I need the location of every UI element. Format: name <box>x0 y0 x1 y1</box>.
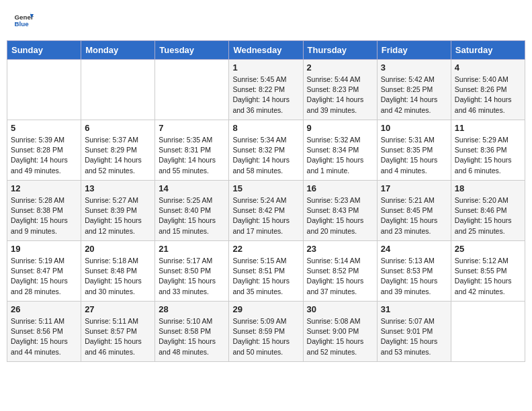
calendar-cell <box>7 60 81 120</box>
day-number: 6 <box>85 123 151 133</box>
day-info: Sunrise: 5:19 AM Sunset: 8:47 PM Dayligh… <box>11 256 77 297</box>
calendar-cell: 4Sunrise: 5:40 AM Sunset: 8:26 PM Daylig… <box>451 60 525 120</box>
day-number: 27 <box>85 304 151 314</box>
calendar-cell: 17Sunrise: 5:21 AM Sunset: 8:45 PM Dayli… <box>377 181 451 241</box>
day-info: Sunrise: 5:31 AM Sunset: 8:35 PM Dayligh… <box>381 135 447 176</box>
calendar-cell: 1Sunrise: 5:45 AM Sunset: 8:22 PM Daylig… <box>229 60 303 120</box>
day-info: Sunrise: 5:18 AM Sunset: 8:48 PM Dayligh… <box>85 256 151 297</box>
day-info: Sunrise: 5:14 AM Sunset: 8:52 PM Dayligh… <box>307 256 373 297</box>
day-info: Sunrise: 5:25 AM Sunset: 8:40 PM Dayligh… <box>159 195 225 236</box>
logo-icon: General Blue <box>13 10 34 30</box>
calendar-cell: 11Sunrise: 5:29 AM Sunset: 8:36 PM Dayli… <box>451 120 525 181</box>
day-info: Sunrise: 5:11 AM Sunset: 8:57 PM Dayligh… <box>85 316 151 357</box>
calendar-week: 1Sunrise: 5:45 AM Sunset: 8:22 PM Daylig… <box>7 60 525 120</box>
calendar-cell: 29Sunrise: 5:09 AM Sunset: 8:59 PM Dayli… <box>229 302 303 362</box>
day-info: Sunrise: 5:09 AM Sunset: 8:59 PM Dayligh… <box>232 316 299 357</box>
day-number: 12 <box>11 183 77 193</box>
day-info: Sunrise: 5:37 AM Sunset: 8:29 PM Dayligh… <box>85 135 151 176</box>
svg-text:Blue: Blue <box>15 20 30 28</box>
calendar-cell: 23Sunrise: 5:14 AM Sunset: 8:52 PM Dayli… <box>303 241 377 302</box>
day-info: Sunrise: 5:28 AM Sunset: 8:38 PM Dayligh… <box>11 195 77 236</box>
day-info: Sunrise: 5:11 AM Sunset: 8:56 PM Dayligh… <box>11 316 77 357</box>
day-info: Sunrise: 5:34 AM Sunset: 8:32 PM Dayligh… <box>232 135 299 176</box>
day-info: Sunrise: 5:23 AM Sunset: 8:43 PM Dayligh… <box>307 195 373 236</box>
day-number: 31 <box>381 304 447 314</box>
day-info: Sunrise: 5:42 AM Sunset: 8:25 PM Dayligh… <box>381 75 447 116</box>
day-number: 19 <box>11 244 77 254</box>
day-info: Sunrise: 5:20 AM Sunset: 8:46 PM Dayligh… <box>455 195 521 236</box>
calendar-cell: 15Sunrise: 5:24 AM Sunset: 8:42 PM Dayli… <box>229 181 303 241</box>
calendar-cell: 19Sunrise: 5:19 AM Sunset: 8:47 PM Dayli… <box>7 241 81 302</box>
day-number: 5 <box>11 123 77 133</box>
calendar-cell: 3Sunrise: 5:42 AM Sunset: 8:25 PM Daylig… <box>377 60 451 120</box>
weekday-header: Saturday <box>451 41 525 60</box>
header-row: SundayMondayTuesdayWednesdayThursdayFrid… <box>7 41 525 60</box>
day-number: 24 <box>381 244 447 254</box>
day-info: Sunrise: 5:39 AM Sunset: 8:28 PM Dayligh… <box>11 135 77 176</box>
calendar-table: SundayMondayTuesdayWednesdayThursdayFrid… <box>7 40 525 362</box>
weekday-header: Friday <box>377 41 451 60</box>
day-info: Sunrise: 5:17 AM Sunset: 8:50 PM Dayligh… <box>159 256 225 297</box>
day-number: 25 <box>455 244 521 254</box>
calendar-cell: 26Sunrise: 5:11 AM Sunset: 8:56 PM Dayli… <box>7 302 81 362</box>
day-number: 9 <box>307 123 373 133</box>
calendar-cell: 8Sunrise: 5:34 AM Sunset: 8:32 PM Daylig… <box>229 120 303 181</box>
day-number: 3 <box>381 62 447 73</box>
day-number: 14 <box>159 183 225 193</box>
day-info: Sunrise: 5:12 AM Sunset: 8:55 PM Dayligh… <box>455 256 521 297</box>
day-info: Sunrise: 5:13 AM Sunset: 8:53 PM Dayligh… <box>381 256 447 297</box>
calendar-cell: 31Sunrise: 5:07 AM Sunset: 9:01 PM Dayli… <box>377 302 451 362</box>
calendar-cell <box>451 302 525 362</box>
day-info: Sunrise: 5:35 AM Sunset: 8:31 PM Dayligh… <box>159 135 225 176</box>
day-number: 7 <box>159 123 225 133</box>
day-number: 10 <box>381 123 447 133</box>
calendar-cell: 28Sunrise: 5:10 AM Sunset: 8:58 PM Dayli… <box>155 302 229 362</box>
day-number: 22 <box>232 244 299 254</box>
calendar-cell: 22Sunrise: 5:15 AM Sunset: 8:51 PM Dayli… <box>229 241 303 302</box>
calendar-week: 12Sunrise: 5:28 AM Sunset: 8:38 PM Dayli… <box>7 181 525 241</box>
day-info: Sunrise: 5:10 AM Sunset: 8:58 PM Dayligh… <box>159 316 225 357</box>
calendar-cell: 24Sunrise: 5:13 AM Sunset: 8:53 PM Dayli… <box>377 241 451 302</box>
day-info: Sunrise: 5:29 AM Sunset: 8:36 PM Dayligh… <box>455 135 521 176</box>
day-number: 21 <box>159 244 225 254</box>
calendar-cell: 21Sunrise: 5:17 AM Sunset: 8:50 PM Dayli… <box>155 241 229 302</box>
calendar-cell: 2Sunrise: 5:44 AM Sunset: 8:23 PM Daylig… <box>303 60 377 120</box>
calendar-cell: 6Sunrise: 5:37 AM Sunset: 8:29 PM Daylig… <box>81 120 155 181</box>
calendar-cell <box>155 60 229 120</box>
calendar-cell: 27Sunrise: 5:11 AM Sunset: 8:57 PM Dayli… <box>81 302 155 362</box>
page-header: General Blue <box>7 7 525 34</box>
day-number: 13 <box>85 183 151 193</box>
calendar-week: 19Sunrise: 5:19 AM Sunset: 8:47 PM Dayli… <box>7 241 525 302</box>
weekday-header: Thursday <box>303 41 377 60</box>
calendar-cell: 13Sunrise: 5:27 AM Sunset: 8:39 PM Dayli… <box>81 181 155 241</box>
day-number: 8 <box>232 123 299 133</box>
day-info: Sunrise: 5:15 AM Sunset: 8:51 PM Dayligh… <box>232 256 299 297</box>
weekday-header: Monday <box>81 41 155 60</box>
weekday-header: Wednesday <box>229 41 303 60</box>
calendar-cell: 5Sunrise: 5:39 AM Sunset: 8:28 PM Daylig… <box>7 120 81 181</box>
day-info: Sunrise: 5:44 AM Sunset: 8:23 PM Dayligh… <box>307 75 373 116</box>
calendar-header: SundayMondayTuesdayWednesdayThursdayFrid… <box>7 41 525 60</box>
calendar-cell: 9Sunrise: 5:32 AM Sunset: 8:34 PM Daylig… <box>303 120 377 181</box>
calendar-week: 5Sunrise: 5:39 AM Sunset: 8:28 PM Daylig… <box>7 120 525 181</box>
day-number: 1 <box>232 62 299 73</box>
day-info: Sunrise: 5:24 AM Sunset: 8:42 PM Dayligh… <box>232 195 299 236</box>
calendar-cell: 7Sunrise: 5:35 AM Sunset: 8:31 PM Daylig… <box>155 120 229 181</box>
calendar-cell: 16Sunrise: 5:23 AM Sunset: 8:43 PM Dayli… <box>303 181 377 241</box>
day-number: 26 <box>11 304 77 314</box>
day-number: 11 <box>455 123 521 133</box>
calendar-cell: 25Sunrise: 5:12 AM Sunset: 8:55 PM Dayli… <box>451 241 525 302</box>
day-info: Sunrise: 5:45 AM Sunset: 8:22 PM Dayligh… <box>232 75 299 116</box>
weekday-header: Sunday <box>7 41 81 60</box>
logo: General Blue <box>13 10 36 30</box>
calendar-cell: 20Sunrise: 5:18 AM Sunset: 8:48 PM Dayli… <box>81 241 155 302</box>
day-number: 28 <box>159 304 225 314</box>
day-number: 2 <box>307 62 373 73</box>
day-number: 16 <box>307 183 373 193</box>
day-info: Sunrise: 5:40 AM Sunset: 8:26 PM Dayligh… <box>455 75 521 116</box>
calendar-cell: 14Sunrise: 5:25 AM Sunset: 8:40 PM Dayli… <box>155 181 229 241</box>
day-info: Sunrise: 5:08 AM Sunset: 9:00 PM Dayligh… <box>307 316 373 357</box>
calendar-cell: 10Sunrise: 5:31 AM Sunset: 8:35 PM Dayli… <box>377 120 451 181</box>
day-number: 15 <box>232 183 299 193</box>
calendar-cell: 18Sunrise: 5:20 AM Sunset: 8:46 PM Dayli… <box>451 181 525 241</box>
